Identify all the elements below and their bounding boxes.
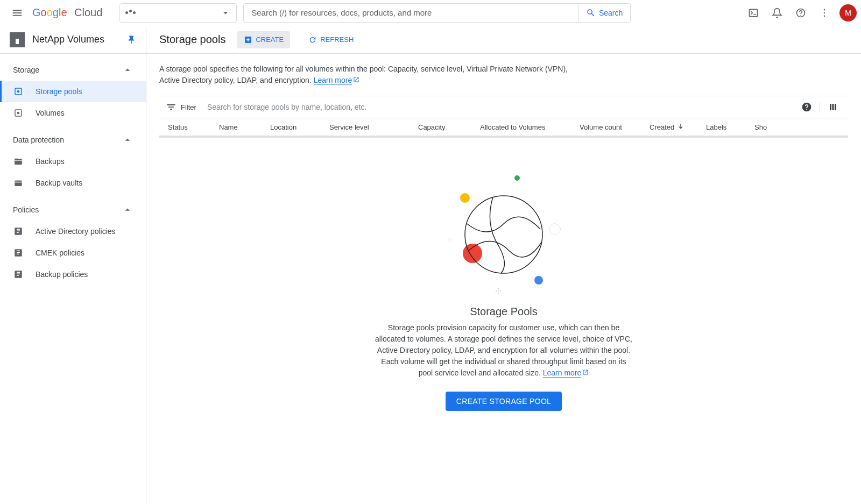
- google-cloud-logo[interactable]: Google Cloud: [32, 6, 102, 19]
- filter-input[interactable]: [203, 103, 796, 111]
- account-avatar[interactable]: M: [839, 4, 857, 22]
- search-button[interactable]: Search: [578, 3, 631, 23]
- empty-state-title: Storage Pools: [470, 306, 538, 318]
- filter-help-button[interactable]: [796, 96, 817, 118]
- svg-point-27: [498, 293, 499, 294]
- columns-icon: [828, 102, 838, 112]
- cloud-text: Cloud: [74, 6, 102, 19]
- filter-label-wrap: Filter: [159, 102, 203, 112]
- sidebar-item-ad-policies[interactable]: Active Directory policies: [0, 221, 146, 242]
- search-input[interactable]: [251, 8, 570, 17]
- table-header-row: Status Name Location Service level Capac…: [159, 118, 848, 138]
- svg-point-11: [17, 112, 20, 115]
- th-volume-count[interactable]: Volume count: [571, 123, 641, 131]
- th-shortcuts[interactable]: Sho: [746, 123, 778, 131]
- svg-point-23: [448, 238, 451, 242]
- chevron-up-icon: [122, 134, 133, 145]
- cloud-shell-button[interactable]: [743, 2, 764, 24]
- create-button[interactable]: CREATE: [237, 31, 290, 48]
- search-icon: [586, 8, 596, 18]
- nav-item-label: Active Directory policies: [36, 227, 116, 236]
- svg-point-18: [460, 193, 470, 203]
- empty-desc-text: Storage pools provision capacity for cus…: [375, 323, 632, 377]
- netapp-product-icon: [10, 32, 25, 47]
- filter-bar: Filter: [159, 96, 848, 118]
- more-button[interactable]: [814, 2, 835, 24]
- nav-section-data-protection[interactable]: Data protection: [0, 129, 146, 151]
- nav-section-policies[interactable]: Policies: [0, 199, 146, 221]
- sidebar-item-backup-vaults[interactable]: Backup vaults: [0, 172, 146, 194]
- nav-section-label: Policies: [13, 205, 39, 214]
- column-display-button[interactable]: [822, 96, 844, 118]
- sidebar-item-volumes[interactable]: Volumes: [0, 102, 146, 124]
- empty-learn-more-link[interactable]: Learn more: [543, 368, 582, 378]
- svg-point-28: [498, 288, 499, 289]
- svg-point-25: [500, 290, 501, 292]
- th-capacity[interactable]: Capacity: [410, 123, 471, 131]
- refresh-icon: [308, 36, 317, 44]
- storage-icon: [13, 108, 24, 118]
- nav-item-label: Backup vaults: [36, 179, 82, 187]
- filter-icon: [166, 102, 177, 112]
- policy-icon: [13, 247, 24, 258]
- search-button-label: Search: [599, 9, 623, 17]
- sidebar-item-backup-policies[interactable]: Backup policies: [0, 264, 146, 285]
- pin-button[interactable]: [126, 35, 136, 45]
- arrow-down-icon: [676, 123, 685, 131]
- svg-rect-1: [750, 9, 758, 16]
- th-name[interactable]: Name: [210, 123, 262, 131]
- svg-point-5: [824, 15, 825, 17]
- svg-rect-14: [830, 104, 831, 110]
- th-created-label: Created: [650, 123, 674, 131]
- nav-section-storage[interactable]: Storage: [0, 59, 146, 81]
- bell-icon: [772, 8, 782, 18]
- help-button[interactable]: [790, 2, 811, 24]
- svg-rect-16: [835, 104, 836, 110]
- create-storage-pool-button[interactable]: CREATE STORAGE POOL: [446, 392, 562, 411]
- top-header: Google Cloud Search M: [0, 0, 861, 26]
- notifications-button[interactable]: [766, 2, 788, 24]
- backup-icon: [13, 178, 24, 188]
- learn-more-link[interactable]: Learn more: [314, 76, 352, 85]
- th-created[interactable]: Created: [641, 123, 697, 131]
- more-vert-icon: [819, 8, 830, 18]
- divider: [820, 102, 820, 112]
- pin-icon: [126, 35, 136, 45]
- th-status[interactable]: Status: [159, 123, 210, 131]
- page-title: Storage pools: [159, 33, 225, 46]
- svg-point-22: [549, 224, 560, 235]
- th-labels[interactable]: Labels: [697, 123, 746, 131]
- sidebar-item-cmek-policies[interactable]: CMEK policies: [0, 242, 146, 264]
- th-service-level[interactable]: Service level: [321, 123, 410, 131]
- external-link-icon: [353, 76, 359, 84]
- sidebar-item-backups[interactable]: Backups: [0, 151, 146, 172]
- help-icon: [795, 8, 806, 18]
- refresh-button[interactable]: REFRESH: [302, 31, 360, 48]
- empty-learn-more-text: Learn more: [543, 368, 582, 377]
- nav-item-label: Backup policies: [36, 270, 88, 279]
- th-allocated[interactable]: Allocated to Volumes: [471, 123, 571, 131]
- learn-more-text: Learn more: [314, 76, 352, 84]
- nav-item-label: Volumes: [36, 109, 65, 117]
- content: Storage pools CREATE REFRESH A storage p…: [146, 26, 861, 504]
- table-wrapper: Status Name Location Service level Capac…: [159, 118, 848, 138]
- backup-icon: [13, 156, 24, 167]
- chevron-up-icon: [122, 65, 133, 75]
- nav-menu-button[interactable]: [4, 0, 30, 26]
- nav-section-label: Storage: [13, 66, 39, 74]
- search-box[interactable]: [243, 3, 578, 23]
- plus-icon: [244, 36, 252, 44]
- th-location[interactable]: Location: [262, 123, 321, 131]
- filter-actions: [796, 96, 848, 118]
- empty-illustration: [439, 170, 568, 299]
- description-text: A storage pool specifies the following f…: [159, 65, 568, 84]
- help-filled-icon: [801, 102, 812, 112]
- svg-point-3: [824, 9, 825, 10]
- product-name: NetApp Volumes: [32, 34, 119, 45]
- sidebar-item-storage-pools[interactable]: Storage pools: [0, 81, 146, 102]
- nav-section-label: Data protection: [13, 136, 64, 144]
- project-selector[interactable]: [119, 3, 237, 23]
- sidebar-header: NetApp Volumes: [0, 26, 146, 54]
- svg-rect-15: [832, 104, 834, 110]
- svg-point-9: [17, 90, 20, 93]
